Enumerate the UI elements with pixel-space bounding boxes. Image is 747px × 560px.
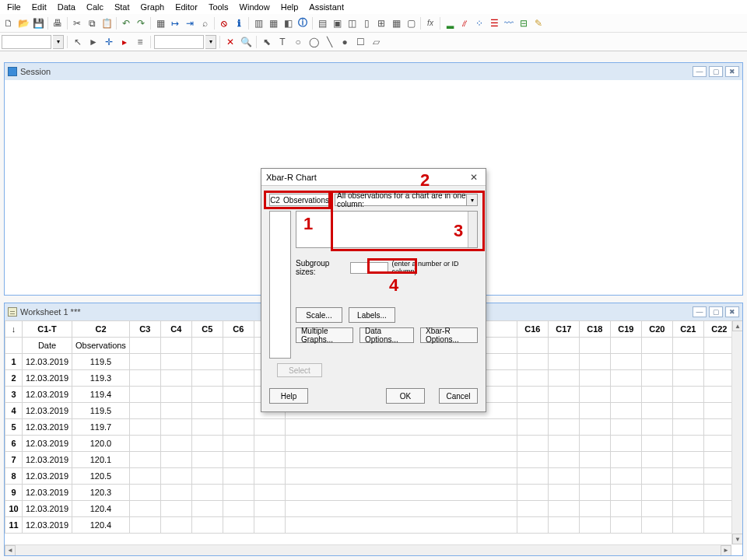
empty-cell[interactable] (548, 354, 579, 370)
redo-icon[interactable]: ↷ (134, 16, 148, 30)
obs-cell[interactable]: 119.4 (72, 387, 130, 403)
session-close-button[interactable]: ✖ (725, 66, 739, 77)
date-cell[interactable]: 12.03.2019 (23, 452, 72, 468)
polygon-tool-icon[interactable]: ▱ (369, 35, 383, 49)
assistant-icon[interactable]: ▣ (330, 16, 344, 30)
empty-cell[interactable] (191, 501, 223, 517)
date-cell[interactable]: 12.03.2019 (23, 517, 72, 534)
empty-cell[interactable] (703, 452, 735, 468)
scroll-left-icon[interactable]: ◄ (5, 545, 16, 556)
color-select[interactable] (154, 35, 204, 49)
empty-cell[interactable] (191, 468, 223, 485)
col-subheader[interactable] (223, 338, 254, 354)
flag-icon[interactable]: ▸ (117, 35, 132, 49)
obs-cell[interactable]: 120.4 (72, 517, 130, 534)
empty-cell[interactable] (254, 452, 285, 468)
empty-cell[interactable] (223, 517, 254, 534)
empty-cell[interactable] (610, 436, 641, 452)
empty-cell[interactable] (191, 387, 223, 403)
empty-cell[interactable] (254, 501, 285, 517)
empty-cell[interactable] (160, 419, 191, 436)
empty-cell[interactable] (672, 354, 703, 370)
col-header[interactable]: C17 (548, 321, 579, 338)
empty-cell[interactable] (160, 403, 191, 419)
empty-cell[interactable] (160, 468, 191, 485)
next-icon[interactable]: ↦ (168, 16, 182, 30)
empty-cell[interactable] (285, 436, 517, 452)
col-subheader[interactable] (641, 338, 672, 354)
empty-cell[interactable] (160, 452, 191, 468)
col-header[interactable]: C2 (72, 321, 130, 338)
data-options-button[interactable]: Data Options... (359, 327, 414, 343)
zoom-icon[interactable]: 🔍 (239, 35, 253, 49)
empty-cell[interactable] (672, 419, 703, 436)
empty-cell[interactable] (285, 452, 517, 468)
col-subheader[interactable] (191, 338, 223, 354)
obs-cell[interactable]: 120.4 (72, 501, 130, 517)
empty-cell[interactable] (641, 403, 672, 419)
empty-cell[interactable] (223, 452, 254, 468)
empty-cell[interactable] (285, 485, 517, 501)
line-tool-icon[interactable]: ╲ (322, 35, 336, 49)
empty-cell[interactable] (548, 485, 579, 501)
menu-tools[interactable]: Tools (205, 2, 233, 12)
row-number[interactable]: 3 (5, 387, 23, 403)
empty-cell[interactable] (579, 501, 610, 517)
col-subheader[interactable] (610, 338, 641, 354)
col-header[interactable]: C21 (672, 321, 703, 338)
cancel-button[interactable]: Cancel (439, 388, 478, 404)
date-cell[interactable]: 12.03.2019 (23, 501, 72, 517)
empty-cell[interactable] (191, 403, 223, 419)
empty-cell[interactable] (191, 452, 223, 468)
empty-cell[interactable] (223, 468, 254, 485)
cut-icon[interactable]: ✂ (70, 16, 84, 30)
empty-cell[interactable] (223, 419, 254, 436)
undo-icon[interactable]: ↶ (119, 16, 133, 30)
empty-cell[interactable] (610, 517, 641, 534)
empty-cell[interactable] (703, 354, 735, 370)
empty-cell[interactable] (703, 517, 735, 534)
empty-cell[interactable] (223, 370, 254, 387)
row-number[interactable]: 2 (5, 370, 23, 387)
empty-cell[interactable] (672, 370, 703, 387)
empty-cell[interactable] (579, 468, 610, 485)
empty-cell[interactable] (641, 419, 672, 436)
empty-cell[interactable] (548, 387, 579, 403)
empty-cell[interactable] (579, 436, 610, 452)
empty-cell[interactable] (548, 468, 579, 485)
empty-cell[interactable] (129, 468, 160, 485)
empty-cell[interactable] (610, 354, 641, 370)
obs-cell[interactable]: 120.1 (72, 452, 130, 468)
xbar-r-options-button[interactable]: Xbar-R Options... (420, 327, 478, 343)
empty-cell[interactable] (672, 517, 703, 534)
polyline-tool-icon[interactable]: ☐ (353, 35, 367, 49)
col-subheader[interactable]: Date (23, 338, 72, 354)
help-button[interactable]: Help (269, 388, 308, 404)
status-icon[interactable]: ⓘ (296, 16, 310, 30)
table-row[interactable]: 1112.03.2019120.4 (5, 517, 743, 534)
col-header[interactable]: C6 (223, 321, 254, 338)
observations-input[interactable] (296, 211, 478, 248)
empty-cell[interactable] (129, 387, 160, 403)
empty-cell[interactable] (672, 387, 703, 403)
empty-cell[interactable] (129, 403, 160, 419)
empty-cell[interactable] (610, 485, 641, 501)
col-subheader[interactable] (579, 338, 610, 354)
scroll-right-icon[interactable]: ► (721, 545, 731, 556)
empty-cell[interactable] (672, 452, 703, 468)
empty-cell[interactable] (160, 517, 191, 534)
help-icon[interactable]: ℹ (232, 16, 246, 30)
save-icon[interactable]: 💾 (31, 16, 45, 30)
text-tool-icon[interactable]: T (275, 35, 289, 49)
col-header[interactable]: C5 (191, 321, 223, 338)
col-subheader[interactable] (548, 338, 579, 354)
empty-cell[interactable] (191, 436, 223, 452)
scale-button[interactable]: Scale... (296, 307, 342, 323)
empty-cell[interactable] (703, 370, 735, 387)
empty-cell[interactable] (703, 419, 735, 436)
cancel-command-icon[interactable]: ⦸ (217, 16, 231, 30)
menu-calc[interactable]: Calc (82, 2, 107, 12)
empty-cell[interactable] (579, 452, 610, 468)
menu-stat[interactable]: Stat (110, 2, 134, 12)
print-icon[interactable]: 🖶 (51, 16, 65, 30)
